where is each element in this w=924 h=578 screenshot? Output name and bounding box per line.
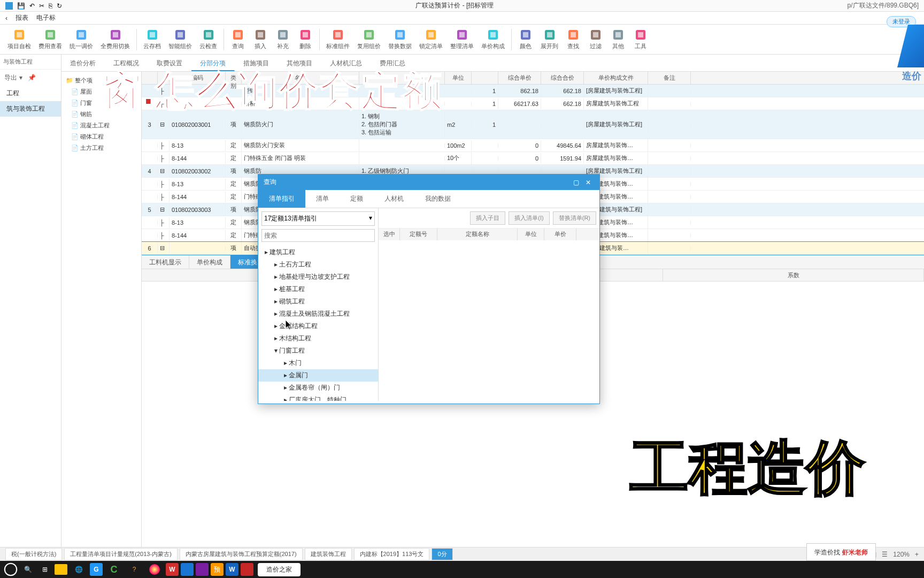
tool-filter[interactable]: 过滤 bbox=[585, 27, 606, 51]
dialog-tree-item[interactable]: ▾ 门窗工程 bbox=[258, 345, 378, 357]
status-item[interactable]: 内建标【2019】113号文 bbox=[354, 548, 430, 560]
tree-item[interactable]: 📄 砌体工程 bbox=[61, 131, 141, 142]
app-g-icon[interactable]: G bbox=[90, 563, 103, 576]
tool-color[interactable]: 颜色 bbox=[515, 27, 536, 51]
tree-item[interactable]: 📄 屋面 bbox=[61, 86, 141, 97]
quota-select[interactable]: 17定额13清单指引 ▾ bbox=[261, 211, 375, 226]
tool-find[interactable]: 查找 bbox=[563, 27, 584, 51]
app-circle-icon[interactable] bbox=[145, 562, 164, 577]
tool-tools[interactable]: 工具 bbox=[630, 27, 651, 51]
tab-措施项目[interactable]: 措施项目 bbox=[235, 55, 278, 71]
tree-item[interactable]: 📄 混凝土工程 bbox=[61, 120, 141, 131]
tool-unit-comp[interactable]: 单价构成 bbox=[478, 27, 508, 51]
dialog-tree-item[interactable]: ▸ 木门 bbox=[258, 357, 378, 369]
col-header[interactable]: 综合单价 bbox=[498, 72, 541, 84]
edge-icon[interactable]: 🌐 bbox=[70, 562, 88, 577]
dialog-tree-item[interactable]: ▸ 地基处理与边坡支护工程 bbox=[258, 271, 378, 283]
view-list-icon[interactable]: ☰ bbox=[882, 551, 888, 558]
tab-取费设置[interactable]: 取费设置 bbox=[148, 55, 191, 71]
app-purple-icon[interactable] bbox=[196, 563, 209, 576]
tree-item[interactable]: 📄 门窗 bbox=[61, 97, 141, 109]
dialog-tree-item[interactable]: ▸ 桩基工程 bbox=[258, 283, 378, 295]
dialog-tab[interactable]: 我的数据 bbox=[414, 190, 461, 208]
dialog-tab[interactable]: 清单指引 bbox=[258, 190, 305, 208]
scissors-icon[interactable]: ✂ bbox=[39, 2, 44, 10]
tool-cloud-save[interactable]: 云存档 bbox=[140, 27, 164, 51]
tree-item[interactable]: 📄 土方工程 bbox=[61, 142, 141, 154]
bottom-tab[interactable]: 工料机显示 bbox=[142, 255, 189, 269]
app-question-icon[interactable]: ? bbox=[125, 562, 143, 577]
tool-replace-data[interactable]: 替换数据 bbox=[385, 27, 415, 51]
refresh-icon[interactable]: ↻ bbox=[57, 2, 62, 10]
app-blue-icon[interactable] bbox=[181, 563, 194, 576]
dialog-tree-item[interactable]: ▸ 金属门 bbox=[258, 369, 378, 382]
dialog-tab[interactable]: 定额 bbox=[340, 190, 374, 208]
dialog-titlebar[interactable]: 查询 ▢ ✕ bbox=[258, 174, 599, 190]
dialog-button[interactable]: 插入清单(I) bbox=[509, 211, 549, 225]
app-c-icon[interactable]: C bbox=[105, 562, 123, 577]
menu-chevron-icon[interactable]: ‹ bbox=[5, 14, 7, 22]
tab-人材机汇总[interactable]: 人材机汇总 bbox=[321, 55, 371, 71]
dialog-tree-item[interactable]: ▸ 厂库房大门、特种门 bbox=[258, 394, 378, 401]
tool-supplement[interactable]: 补充 bbox=[272, 27, 294, 51]
search-input[interactable] bbox=[261, 229, 375, 242]
app-preview-icon[interactable]: 预 bbox=[211, 563, 224, 576]
tool-insert[interactable]: 插入 bbox=[250, 27, 271, 51]
table-row[interactable]: 3⊟010802003001 项钢质防火门1. 钢制 2. 包括闭门器 3. 包… bbox=[142, 110, 924, 139]
col-header[interactable]: 编码 bbox=[170, 72, 226, 84]
col-header[interactable] bbox=[142, 72, 158, 84]
sidebar-item[interactable]: 工程 bbox=[0, 86, 61, 101]
tab-费用汇总[interactable]: 费用汇总 bbox=[371, 55, 414, 71]
search-icon[interactable]: 🔍 bbox=[20, 562, 35, 577]
tool-proj-self[interactable]: 项目自检 bbox=[4, 27, 34, 51]
col-header[interactable]: 单价构成文件 bbox=[584, 72, 648, 84]
tool-unify-price[interactable]: 统一调价 bbox=[66, 27, 96, 51]
dialog-tree-item[interactable]: ▸ 建筑工程 bbox=[258, 246, 378, 258]
tool-arrange-list[interactable]: 整理清单 bbox=[447, 27, 477, 51]
dialog-tree-item[interactable]: ▸ 金属结构工程 bbox=[258, 320, 378, 332]
task-pill[interactable]: 造价之家 bbox=[258, 563, 301, 576]
table-row[interactable]: ├ 断桥 166217.63 662.18房屋建筑与装饰工程 bbox=[142, 97, 924, 110]
tool-fee-view[interactable]: 费用查看 bbox=[35, 27, 65, 51]
tree-item[interactable]: 📁 整个项 bbox=[61, 75, 141, 86]
copy-icon[interactable]: ⎘ bbox=[49, 2, 52, 10]
tool-all-fee-switch[interactable]: 全费用切换 bbox=[97, 27, 133, 51]
save-icon[interactable]: 💾 bbox=[17, 2, 25, 10]
tab-分部分项[interactable]: 分部分项 bbox=[191, 55, 235, 71]
table-row[interactable]: ├8-13 定钢质防火门安装 100m20 49845.64房屋建筑与装饰… bbox=[142, 139, 924, 152]
tool-query[interactable]: 查询 bbox=[227, 27, 249, 51]
col-header[interactable]: 备注 bbox=[648, 72, 691, 84]
status-item[interactable]: 建筑装饰工程 bbox=[305, 548, 352, 560]
status-item[interactable]: 内蒙古房屋建筑与装饰工程预算定额(2017) bbox=[180, 548, 303, 560]
col-header[interactable] bbox=[359, 72, 445, 84]
tool-delete[interactable]: 删除 bbox=[295, 27, 316, 51]
dialog-tree-item[interactable]: ▸ 土石方工程 bbox=[258, 258, 378, 271]
status-item[interactable]: 0分 bbox=[432, 548, 452, 560]
tool-reuse-group[interactable]: 复用组价 bbox=[354, 27, 384, 51]
tab-造价分析[interactable]: 造价分析 bbox=[61, 55, 105, 71]
tab-工程概况[interactable]: 工程概况 bbox=[105, 55, 148, 71]
menu-ebid[interactable]: 电子标 bbox=[36, 13, 56, 22]
undo-icon[interactable]: ↶ bbox=[29, 2, 35, 10]
maximize-icon[interactable]: ▢ bbox=[570, 179, 582, 186]
dialog-button[interactable]: 替换清单(R) bbox=[553, 211, 596, 225]
table-row[interactable]: ├8-144 定门特殊五金 闭门器 明装 10个0 1591.94房屋建筑与装饰… bbox=[142, 152, 924, 165]
col-header[interactable]: 名称 bbox=[242, 72, 359, 84]
col-header[interactable]: 类别 bbox=[226, 72, 242, 84]
task-view-icon[interactable]: ⊞ bbox=[37, 562, 52, 577]
pin-icon[interactable]: 📌 bbox=[28, 74, 36, 81]
dialog-tree-item[interactable]: ▸ 木结构工程 bbox=[258, 332, 378, 345]
col-header[interactable]: 单位 bbox=[445, 72, 472, 84]
tool-other[interactable]: 其他 bbox=[607, 27, 629, 51]
status-item[interactable]: 税(一般计税方法) bbox=[5, 548, 62, 560]
explorer-icon[interactable] bbox=[55, 564, 67, 575]
tree-item[interactable]: 📄 钢筋 bbox=[61, 109, 141, 120]
tool-std-group[interactable]: 标准组件 bbox=[323, 27, 353, 51]
tab-其他项目[interactable]: 其他项目 bbox=[278, 55, 321, 71]
zoom-in-icon[interactable]: + bbox=[915, 551, 919, 558]
tool-cloud-check[interactable]: 云检查 bbox=[196, 27, 220, 51]
start-button[interactable] bbox=[3, 562, 18, 577]
bottom-tab[interactable]: 单价构成 bbox=[189, 255, 230, 269]
col-header[interactable] bbox=[158, 72, 170, 84]
app-w2-icon[interactable]: W bbox=[226, 563, 238, 576]
